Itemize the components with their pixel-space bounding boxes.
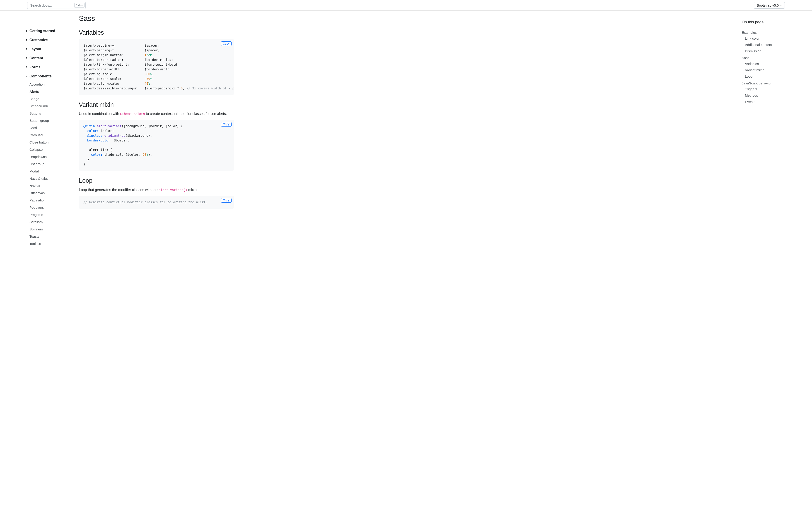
sidebar-item-scrollspy[interactable]: Scrollspy: [30, 220, 43, 224]
toc-link-javascript-behavior[interactable]: JavaScript behavior: [742, 81, 772, 85]
search-shortcut-hint: Ctrl + /: [74, 3, 85, 8]
sidebar-item-popovers[interactable]: Popovers: [30, 206, 44, 209]
sidebar-item-navs-tabs[interactable]: Navs & tabs: [30, 176, 48, 180]
sidebar-item-buttons[interactable]: Buttons: [30, 111, 41, 115]
variant-intro-pre: Used in combination with: [79, 112, 120, 116]
sidebar-item-accordion[interactable]: Accordion: [30, 82, 45, 86]
chevron-right-icon: [25, 66, 28, 69]
sidebar-group-forms[interactable]: Forms: [25, 63, 84, 72]
chevron-right-icon: [25, 48, 28, 51]
loop-intro-code: alert-variant(): [159, 188, 187, 192]
sidebar-item-card[interactable]: Card: [30, 126, 37, 130]
sidebar-group-label: Getting started: [30, 28, 55, 34]
sidebar-item-modal[interactable]: Modal: [30, 169, 39, 173]
copy-button[interactable]: Copy: [221, 122, 232, 126]
sidebar-nav: Getting startedCustomizeLayoutContentFor…: [0, 11, 84, 226]
loop-intro-pre: Loop that generates the modifier classes…: [79, 188, 159, 192]
version-label: Bootstrap v5.0: [757, 3, 779, 7]
variant-intro-code: $theme-colors: [120, 112, 145, 116]
sidebar-item-alerts[interactable]: Alerts: [30, 90, 39, 94]
toc-link-sass[interactable]: Sass: [742, 56, 749, 60]
toc-link-methods[interactable]: Methods: [745, 94, 758, 97]
sidebar-item-button-group[interactable]: Button group: [30, 119, 49, 122]
variant-intro-post: to create contextual modifier classes fo…: [145, 112, 227, 116]
toc-link-variant-mixin[interactable]: Variant mixin: [745, 68, 764, 72]
toc-link-events[interactable]: Events: [745, 100, 755, 104]
heading-variables: Variables: [79, 29, 234, 36]
sidebar-item-offcanvas[interactable]: Offcanvas: [30, 191, 45, 195]
sidebar-group-customize[interactable]: Customize: [25, 36, 84, 45]
sidebar-group-label: Forms: [30, 64, 41, 70]
search-wrap: Ctrl + /: [27, 2, 86, 9]
code-block-variant-mixin: Copy @mixin alert-variant($background, $…: [79, 120, 234, 171]
copy-button[interactable]: Copy: [221, 42, 232, 46]
sidebar-item-navbar[interactable]: Navbar: [30, 184, 40, 188]
loop-intro-paragraph: Loop that generates the modifier classes…: [79, 187, 234, 192]
chevron-right-icon: [25, 57, 28, 60]
toc-link-link-color[interactable]: Link color: [745, 37, 759, 40]
toc-link-additional-content[interactable]: Additional content: [745, 43, 772, 47]
code-block-variables: Copy $alert-padding-y: $spacer; $alert-p…: [79, 39, 234, 95]
topbar: Ctrl + / Bootstrap v5.0: [0, 0, 812, 11]
sidebar-item-collapse[interactable]: Collapse: [30, 148, 43, 152]
toc-link-dismissing[interactable]: Dismissing: [745, 49, 761, 53]
version-dropdown[interactable]: Bootstrap v5.0: [754, 2, 785, 9]
sidebar-group-getting-started[interactable]: Getting started: [25, 26, 84, 36]
chevron-right-icon: [25, 39, 28, 42]
sidebar-group-label: Components: [30, 73, 52, 79]
heading-loop: Loop: [79, 177, 234, 184]
sidebar-group-label: Customize: [30, 37, 48, 43]
sidebar-item-list-group[interactable]: List group: [30, 162, 44, 166]
heading-sass: Sass: [79, 14, 234, 23]
toc-link-loop[interactable]: Loop: [745, 74, 752, 78]
toc-title: On this page: [742, 19, 787, 27]
heading-variant-mixin: Variant mixin: [79, 101, 234, 108]
sidebar-item-badge[interactable]: Badge: [30, 97, 39, 101]
sidebar-group-components[interactable]: Components: [25, 72, 84, 81]
sidebar-item-pagination[interactable]: Pagination: [30, 198, 46, 202]
variant-intro-paragraph: Used in combination with $theme-colors t…: [79, 111, 234, 117]
sidebar-item-close-button[interactable]: Close button: [30, 140, 48, 144]
sidebar-group-content[interactable]: Content: [25, 54, 84, 63]
toc-link-examples[interactable]: Examples: [742, 31, 757, 35]
sidebar-item-progress[interactable]: Progress: [30, 213, 43, 217]
sidebar-group-label: Content: [30, 55, 43, 61]
chevron-down-icon: [25, 75, 28, 78]
on-this-page-toc: On this page ExamplesLink colorAdditiona…: [742, 11, 812, 106]
sidebar-item-carousel[interactable]: Carousel: [30, 133, 43, 137]
copy-button[interactable]: Copy: [221, 198, 232, 203]
sidebar-group-label: Layout: [30, 46, 41, 52]
chevron-right-icon: [25, 30, 28, 33]
main-content: Sass Variables Copy $alert-padding-y: $s…: [79, 0, 242, 226]
sidebar-item-breadcrumb[interactable]: Breadcrumb: [30, 104, 48, 108]
sidebar-item-dropdowns[interactable]: Dropdowns: [30, 155, 47, 159]
chevron-down-icon: [780, 5, 782, 6]
loop-intro-post: mixin.: [187, 188, 198, 192]
toc-link-variables[interactable]: Variables: [745, 62, 759, 66]
code-block-loop: Copy // Generate contextual modifier cla…: [79, 196, 234, 209]
toc-link-triggers[interactable]: Triggers: [745, 87, 757, 91]
sidebar-group-layout[interactable]: Layout: [25, 45, 84, 54]
